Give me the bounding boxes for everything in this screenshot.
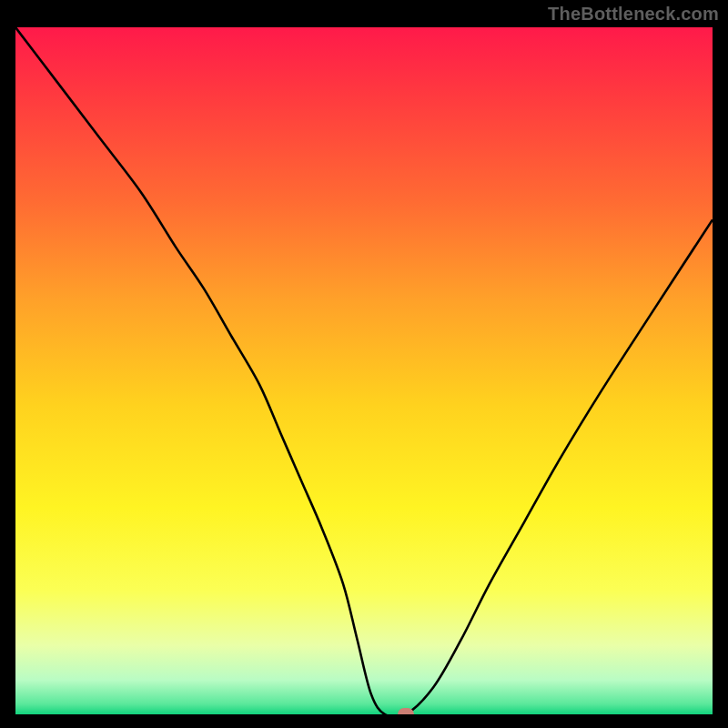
chart-plot-area	[15, 27, 713, 714]
chart-frame	[15, 27, 713, 714]
chart-curve	[15, 27, 713, 714]
watermark-text: TheBottleneck.com	[548, 4, 719, 25]
chart-marker-dot	[398, 708, 414, 714]
